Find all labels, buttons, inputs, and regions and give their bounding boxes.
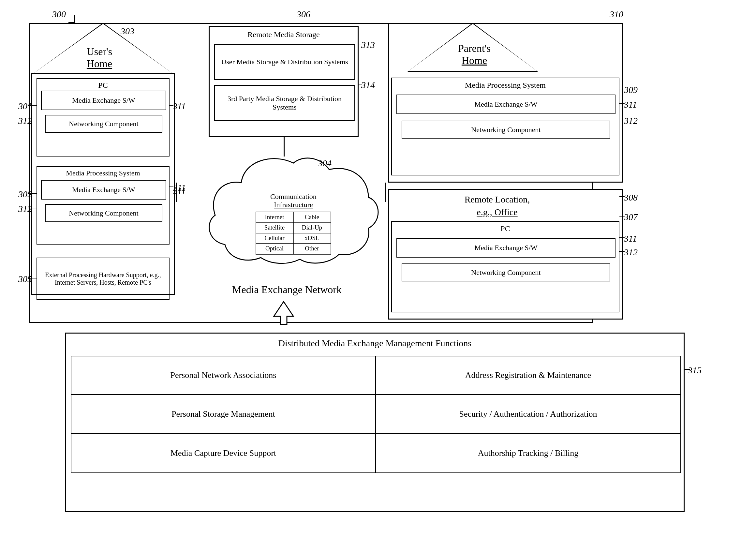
ref-315: 315 — [688, 365, 702, 376]
ref-310: 310 — [610, 9, 623, 20]
users-home-label: User's Home — [62, 46, 137, 70]
remote-location-label: Remote Location, e.g., Office — [440, 193, 554, 218]
management-functions-title: Distributed Media Exchange Management Fu… — [66, 334, 683, 349]
media-exchange-network-label: Media Exchange Network — [189, 284, 385, 296]
external-processing-box: External Processing Hardware Support, e.… — [36, 258, 170, 300]
ref-311c-line — [620, 103, 625, 104]
svg-text:Optical: Optical — [265, 245, 283, 252]
remote-pc-networking-box: Networking Component — [402, 263, 610, 281]
ref-305: 305 — [18, 274, 32, 284]
ref-301: 301 — [18, 101, 32, 112]
ref-312d-line — [620, 251, 625, 252]
ref-311c: 311 — [624, 99, 637, 110]
authorship-tracking-box: Authorship Tracking / Billing — [376, 434, 681, 473]
ref-312c-line — [620, 120, 625, 120]
remote-media-storage-outer: Remote Media Storage User Media Storage … — [209, 26, 359, 137]
users-mps-media-exchange-box: Media Exchange S/W — [41, 180, 166, 199]
ref-312d: 312 — [624, 247, 638, 258]
pc-media-exchange-box: Media Exchange S/W — [41, 91, 166, 110]
svg-marker-15 — [274, 301, 293, 324]
ref-313-line — [358, 44, 362, 44]
security-auth-box: Security / Authentication / Authorizatio… — [376, 395, 681, 434]
parents-mps-networking-box: Networking Component — [402, 121, 610, 138]
address-registration-box: Address Registration & Maintenance — [376, 356, 681, 395]
ref-311a: 311 — [173, 101, 186, 112]
parents-home-label: Parent's Home — [437, 42, 512, 67]
ref-306: 306 — [297, 9, 310, 20]
svg-text:Dial-Up: Dial-Up — [302, 224, 322, 231]
svg-text:Other: Other — [305, 245, 319, 252]
ref-300: 300 — [52, 9, 66, 20]
ref-314: 314 — [361, 80, 375, 90]
svg-text:xDSL: xDSL — [305, 235, 319, 241]
ref-303: 303 — [121, 26, 134, 36]
line-rms-cloud — [283, 137, 284, 156]
media-capture-device-box: Media Capture Device Support — [71, 434, 376, 473]
ref-312a-line — [28, 120, 37, 120]
personal-network-associations-box: Personal Network Associations — [71, 356, 376, 395]
users-mps-title: Media Processing System — [37, 167, 169, 177]
ref-311d: 311 — [624, 234, 637, 244]
ref-314-line — [358, 84, 362, 84]
management-functions-outer: Distributed Media Exchange Management Fu… — [65, 333, 684, 512]
ref-311a-line — [170, 105, 174, 106]
pc-networking-box: Networking Component — [45, 115, 162, 133]
ref-313: 313 — [361, 40, 375, 50]
up-arrow — [271, 300, 297, 326]
ref-308-line — [620, 196, 625, 197]
svg-text:Satellite: Satellite — [264, 224, 284, 231]
parents-mps-media-exchange-box: Media Exchange S/W — [396, 94, 616, 114]
ref-300-bracket — [69, 15, 75, 23]
communication-cloud: Communication Infrastructure Internet Ca… — [202, 147, 385, 271]
ref-304: 304 — [318, 158, 331, 169]
ref-302-line — [28, 193, 37, 194]
svg-text:Internet: Internet — [265, 214, 284, 220]
ref-311e: 311 — [173, 186, 186, 196]
ref-307-line — [620, 216, 625, 217]
ref-311d-line — [620, 238, 625, 238]
ref-302: 302 — [18, 189, 32, 199]
remote-pc-media-exchange-box: Media Exchange S/W — [396, 238, 616, 258]
ref-315-line — [684, 369, 690, 370]
ref-307: 307 — [624, 212, 638, 222]
ref-312b: 312 — [18, 204, 32, 214]
parents-mps-outer-box: Media Processing System Media Exchange S… — [391, 78, 620, 176]
ref-312c: 312 — [624, 116, 638, 126]
mgmt-row-2: Personal Storage Management Security / A… — [71, 395, 681, 434]
svg-text:Infrastructure: Infrastructure — [274, 200, 313, 209]
user-media-storage-box: User Media Storage & Distribution System… — [214, 44, 355, 80]
third-party-media-storage-box: 3rd Party Media Storage & Distribution S… — [214, 85, 355, 121]
diagram: 300 303 User's Home PC Media Exchange S/… — [0, 0, 756, 538]
users-mps-outer-box: Media Processing System Media Exchange S… — [36, 166, 170, 244]
svg-text:Cellular: Cellular — [264, 235, 284, 241]
remote-pc-outer-box: PC Media Exchange S/W Networking Compone… — [391, 221, 620, 312]
ref-309: 309 — [624, 85, 638, 95]
svg-text:Communication: Communication — [270, 192, 317, 200]
pc-outer-box: PC Media Exchange S/W Networking Compone… — [36, 78, 170, 156]
remote-pc-title: PC — [392, 222, 619, 233]
svg-text:Cable: Cable — [305, 214, 319, 220]
line-cloud-parents — [385, 183, 386, 202]
users-mps-networking-box: Networking Component — [45, 204, 162, 222]
personal-storage-management-box: Personal Storage Management — [71, 395, 376, 434]
ref-305-line — [28, 278, 37, 279]
remote-media-storage-title: Remote Media Storage — [210, 27, 358, 39]
ref-309-line — [620, 89, 625, 89]
mgmt-row-1: Personal Network Associations Address Re… — [71, 356, 681, 395]
pc-title: PC — [37, 79, 169, 90]
parents-mps-title: Media Processing System — [392, 78, 619, 90]
ref-312b-line — [28, 208, 37, 208]
ref-301-line — [28, 105, 37, 106]
mgmt-row-3: Media Capture Device Support Authorship … — [71, 434, 681, 473]
ref-308: 308 — [624, 192, 638, 203]
ref-312a: 312 — [18, 116, 32, 126]
